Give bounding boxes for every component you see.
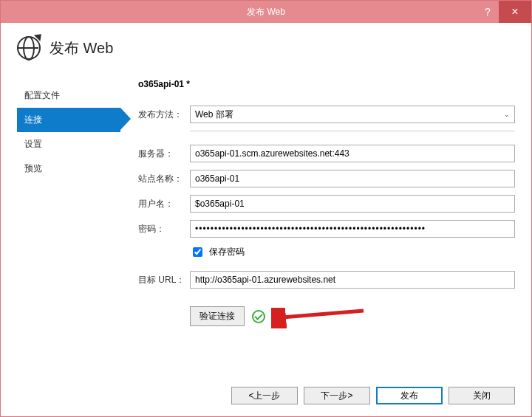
target-url-label: 目标 URL： bbox=[138, 274, 190, 286]
publish-method-row: 发布方法： Web 部署 ⌄ bbox=[138, 106, 515, 123]
validate-connection-button[interactable]: 验证连接 bbox=[190, 306, 245, 326]
svg-line-1 bbox=[282, 311, 364, 317]
wizard-steps: 配置文件 连接 设置 预览 bbox=[17, 73, 120, 372]
next-button[interactable]: 下一步> bbox=[304, 387, 370, 404]
check-success-icon bbox=[252, 310, 265, 323]
publish-web-dialog: 发布 Web ? × 发布 Web 配置文件 连接 设置 预览 o365api-… bbox=[0, 0, 532, 417]
help-button[interactable]: ? bbox=[477, 1, 499, 23]
server-input[interactable] bbox=[190, 145, 515, 162]
chevron-down-icon: ⌄ bbox=[504, 111, 510, 118]
password-row: 密码： bbox=[138, 220, 515, 238]
password-input[interactable] bbox=[190, 220, 515, 238]
step-profile[interactable]: 配置文件 bbox=[17, 83, 120, 108]
divider bbox=[190, 131, 515, 131]
window-title: 发布 Web bbox=[247, 6, 285, 18]
server-label: 服务器： bbox=[138, 148, 190, 160]
server-row: 服务器： bbox=[138, 145, 515, 162]
close-window-button[interactable]: × bbox=[499, 1, 531, 23]
save-password-label: 保存密码 bbox=[209, 246, 245, 258]
site-row: 站点名称： bbox=[138, 170, 515, 187]
dialog-header: 发布 Web bbox=[1, 23, 531, 66]
publish-method-label: 发布方法： bbox=[138, 108, 190, 121]
target-url-row: 目标 URL： bbox=[138, 271, 515, 289]
site-label: 站点名称： bbox=[138, 173, 190, 185]
prev-button[interactable]: <上一步 bbox=[231, 387, 298, 404]
target-url-input[interactable] bbox=[190, 271, 515, 289]
publish-method-value: Web 部署 bbox=[195, 108, 233, 121]
titlebar: 发布 Web ? × bbox=[1, 1, 531, 23]
site-input[interactable] bbox=[190, 170, 515, 187]
globe-publish-icon bbox=[17, 36, 41, 60]
validate-row: 验证连接 bbox=[190, 306, 515, 326]
user-input[interactable] bbox=[190, 195, 515, 213]
dialog-footer: <上一步 下一步> 发布 关闭 bbox=[1, 378, 531, 416]
publish-method-select[interactable]: Web 部署 ⌄ bbox=[190, 106, 515, 123]
dialog-body: 配置文件 连接 设置 预览 o365api-01 * 发布方法： Web 部署 … bbox=[1, 66, 531, 378]
window-controls: ? × bbox=[477, 1, 531, 23]
annotation-arrow-icon bbox=[271, 308, 367, 328]
step-connection[interactable]: 连接 bbox=[17, 108, 120, 132]
save-password-checkbox[interactable] bbox=[193, 247, 202, 257]
user-row: 用户名： bbox=[138, 195, 515, 213]
publish-button[interactable]: 发布 bbox=[376, 387, 443, 404]
save-password-row: 保存密码 bbox=[190, 245, 515, 259]
connection-panel: o365api-01 * 发布方法： Web 部署 ⌄ 服务器： 站点名称 bbox=[138, 73, 515, 372]
dialog-title: 发布 Web bbox=[50, 38, 113, 58]
profile-name: o365api-01 * bbox=[138, 79, 515, 89]
step-preview[interactable]: 预览 bbox=[17, 156, 120, 181]
user-label: 用户名： bbox=[138, 198, 190, 210]
step-settings[interactable]: 设置 bbox=[17, 132, 120, 156]
password-label: 密码： bbox=[138, 223, 190, 235]
close-button[interactable]: 关闭 bbox=[449, 387, 515, 404]
